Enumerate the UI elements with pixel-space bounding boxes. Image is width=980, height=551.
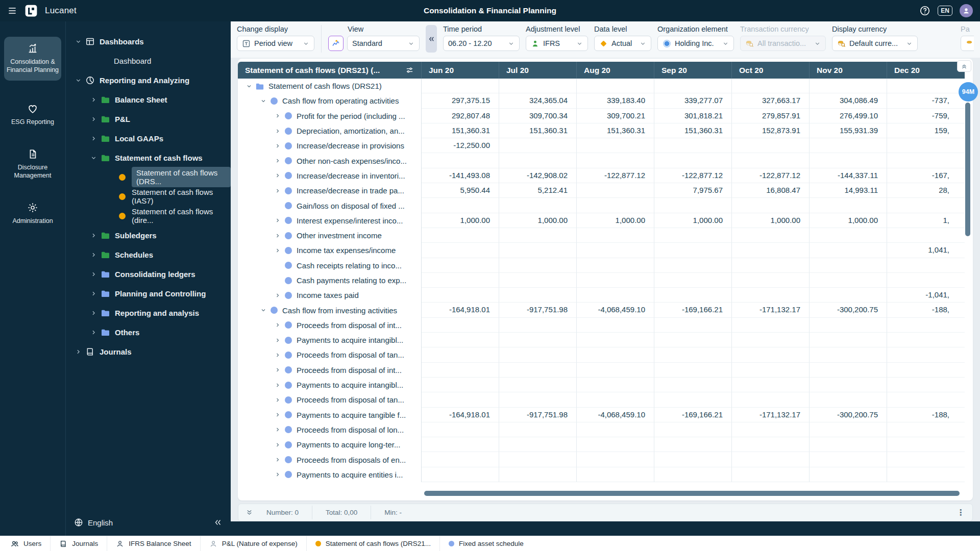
value-cell[interactable]: 1,000.00 xyxy=(499,213,577,228)
value-cell[interactable]: -171,132.17 xyxy=(732,303,810,317)
tree-item[interactable]: Consolidating ledgers xyxy=(66,264,231,284)
tree-item[interactable]: Others xyxy=(66,322,231,342)
adjustment-level-dropdown[interactable]: IFRS xyxy=(526,36,588,51)
value-cell[interactable] xyxy=(422,363,499,378)
value-cell[interactable]: 324,365.04 xyxy=(499,93,577,108)
value-cell[interactable] xyxy=(499,198,577,213)
chevron-right-icon[interactable] xyxy=(88,271,99,278)
value-cell[interactable] xyxy=(732,198,810,213)
value-cell[interactable] xyxy=(577,347,654,362)
chevron-down-icon[interactable] xyxy=(88,155,99,161)
value-cell[interactable] xyxy=(422,79,499,93)
table-row[interactable]: Cash payments relating to exp... xyxy=(238,273,965,288)
value-cell[interactable]: 152,873.91 xyxy=(732,123,810,138)
table-row[interactable]: Increase/decrease in trade pa...5,950.44… xyxy=(238,183,965,198)
value-cell[interactable] xyxy=(732,363,810,378)
column-header[interactable]: Aug 20 xyxy=(577,62,654,79)
chevron-right-icon[interactable] xyxy=(273,457,283,463)
taskbar-item[interactable]: IFRS Balance Sheet xyxy=(107,536,200,551)
value-cell[interactable] xyxy=(732,258,810,273)
chevron-right-icon[interactable] xyxy=(273,471,283,478)
transaction-currency-dropdown[interactable]: All transactio... xyxy=(740,36,826,51)
value-cell[interactable] xyxy=(577,273,654,288)
value-cell[interactable]: 151,360.31 xyxy=(577,123,654,138)
value-cell[interactable] xyxy=(732,318,810,333)
collapse-toolbar-button[interactable] xyxy=(426,25,437,53)
taskbar-item[interactable]: Journals xyxy=(51,536,107,551)
value-cell[interactable] xyxy=(887,422,965,437)
value-cell[interactable] xyxy=(577,153,654,168)
value-cell[interactable] xyxy=(654,288,732,303)
value-cell[interactable] xyxy=(499,273,577,288)
table-row[interactable]: Depreciation, amortization, an...151,360… xyxy=(238,123,965,138)
value-cell[interactable] xyxy=(654,392,732,407)
value-cell[interactable]: -188, xyxy=(887,408,965,422)
view-dropdown[interactable]: Standard xyxy=(347,36,420,51)
tree-item[interactable]: Subledgers xyxy=(66,226,231,245)
value-cell[interactable] xyxy=(499,138,577,153)
table-row[interactable]: Payments to acquire entities i... xyxy=(238,467,965,482)
value-cell[interactable] xyxy=(577,467,654,482)
value-cell[interactable]: 16,808.47 xyxy=(732,183,810,198)
value-cell[interactable] xyxy=(810,333,887,347)
value-cell[interactable]: -169,166.21 xyxy=(654,303,732,317)
value-cell[interactable] xyxy=(577,452,654,467)
value-cell[interactable]: -122,877.12 xyxy=(577,168,654,183)
value-cell[interactable] xyxy=(732,467,810,482)
value-cell[interactable]: -141,493.08 xyxy=(422,168,499,183)
sliders-icon[interactable] xyxy=(405,66,414,74)
table-row[interactable]: Profit for the period (including ...292,… xyxy=(238,109,965,123)
value-cell[interactable] xyxy=(577,392,654,407)
value-cell[interactable] xyxy=(577,422,654,437)
chevron-right-icon[interactable] xyxy=(88,96,99,103)
tree-item[interactable]: Journals xyxy=(66,342,231,361)
value-cell[interactable]: -122,877.12 xyxy=(732,168,810,183)
value-cell[interactable] xyxy=(887,258,965,273)
value-cell[interactable] xyxy=(422,452,499,467)
chevron-right-icon[interactable] xyxy=(88,252,99,258)
value-cell[interactable] xyxy=(654,273,732,288)
value-cell[interactable]: 151,360.31 xyxy=(422,123,499,138)
chevron-right-icon[interactable] xyxy=(273,113,283,119)
value-cell[interactable]: -1,041, xyxy=(887,288,965,303)
chevron-right-icon[interactable] xyxy=(88,290,99,297)
tree-item[interactable]: Statement of cash flows (dire... xyxy=(66,206,231,226)
value-cell[interactable] xyxy=(810,422,887,437)
value-cell[interactable]: -4,068,459.10 xyxy=(577,303,654,317)
value-cell[interactable] xyxy=(887,347,965,362)
value-cell[interactable] xyxy=(654,79,732,93)
table-row[interactable]: Payments to acquire intangibl... xyxy=(238,333,965,347)
value-cell[interactable]: -188, xyxy=(887,303,965,317)
value-cell[interactable] xyxy=(499,347,577,362)
value-cell[interactable] xyxy=(732,288,810,303)
value-cell[interactable] xyxy=(654,198,732,213)
value-cell[interactable] xyxy=(810,79,887,93)
value-cell[interactable] xyxy=(422,333,499,347)
value-cell[interactable] xyxy=(810,452,887,467)
column-header[interactable]: Nov 20 xyxy=(810,62,887,79)
value-cell[interactable] xyxy=(732,422,810,437)
horizontal-scrollbar[interactable] xyxy=(424,491,960,496)
table-row[interactable]: Payments to acquire tangible f...-164,91… xyxy=(238,408,965,422)
value-cell[interactable]: 5,950.44 xyxy=(422,183,499,198)
value-cell[interactable] xyxy=(499,422,577,437)
value-cell[interactable] xyxy=(499,318,577,333)
tree-item[interactable]: Balance Sheet xyxy=(66,90,231,109)
table-row[interactable]: Proceeds from disposal of tan... xyxy=(238,347,965,362)
value-cell[interactable] xyxy=(577,288,654,303)
table-row[interactable]: Proceeds from disposal of lon... xyxy=(238,422,965,437)
table-row[interactable]: Gain/loss on disposal of fixed ... xyxy=(238,198,965,213)
value-cell[interactable] xyxy=(422,392,499,407)
value-cell[interactable] xyxy=(422,198,499,213)
value-cell[interactable] xyxy=(810,153,887,168)
value-cell[interactable] xyxy=(887,378,965,392)
value-cell[interactable] xyxy=(499,153,577,168)
value-cell[interactable] xyxy=(810,198,887,213)
value-cell[interactable]: -169,166.21 xyxy=(654,408,732,422)
tree-item[interactable]: Statement of cash flows (DRS... xyxy=(66,167,231,187)
value-cell[interactable]: 151,360.31 xyxy=(499,123,577,138)
value-cell[interactable] xyxy=(577,363,654,378)
value-cell[interactable] xyxy=(422,467,499,482)
value-cell[interactable] xyxy=(732,347,810,362)
value-cell[interactable]: 1,000.00 xyxy=(732,213,810,228)
